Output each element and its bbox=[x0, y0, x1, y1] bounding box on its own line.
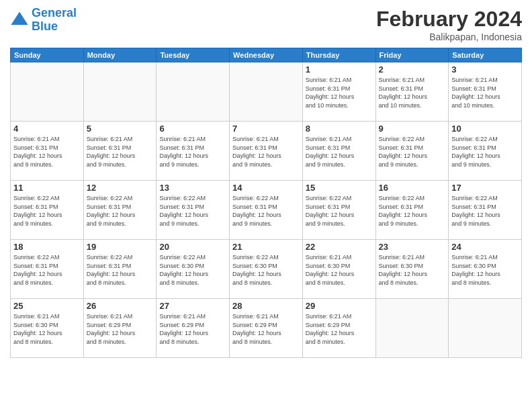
table-row: 22Sunrise: 6:21 AMSunset: 6:30 PMDayligh… bbox=[302, 240, 375, 299]
title-block: February 2024 Balikpapan, Indonesia bbox=[376, 7, 522, 42]
day-info: Sunrise: 6:22 AMSunset: 6:30 PMDaylight:… bbox=[232, 253, 300, 287]
col-thursday: Thursday bbox=[302, 48, 375, 62]
table-row: 29Sunrise: 6:21 AMSunset: 6:29 PMDayligh… bbox=[302, 299, 375, 358]
logo-text: General Blue bbox=[32, 7, 77, 34]
day-number: 18 bbox=[13, 242, 81, 252]
day-info: Sunrise: 6:22 AMSunset: 6:31 PMDaylight:… bbox=[379, 135, 446, 169]
day-number: 12 bbox=[87, 183, 154, 193]
day-number: 13 bbox=[159, 183, 226, 193]
table-row bbox=[230, 62, 303, 122]
calendar: Sunday Monday Tuesday Wednesday Thursday… bbox=[10, 48, 522, 358]
day-number: 14 bbox=[232, 183, 300, 193]
table-row: 14Sunrise: 6:22 AMSunset: 6:31 PMDayligh… bbox=[230, 181, 303, 240]
table-row: 24Sunrise: 6:21 AMSunset: 6:30 PMDayligh… bbox=[449, 240, 522, 299]
day-info: Sunrise: 6:22 AMSunset: 6:31 PMDaylight:… bbox=[451, 135, 519, 169]
table-row bbox=[83, 62, 157, 122]
day-number: 15 bbox=[306, 183, 373, 193]
table-row bbox=[375, 299, 449, 358]
col-monday: Monday bbox=[83, 48, 157, 62]
table-row: 23Sunrise: 6:21 AMSunset: 6:30 PMDayligh… bbox=[375, 240, 449, 299]
table-row: 3Sunrise: 6:21 AMSunset: 6:31 PMDaylight… bbox=[449, 62, 522, 122]
day-info: Sunrise: 6:22 AMSunset: 6:31 PMDaylight:… bbox=[87, 194, 154, 228]
table-row: 9Sunrise: 6:22 AMSunset: 6:31 PMDaylight… bbox=[375, 122, 449, 181]
table-row: 1Sunrise: 6:21 AMSunset: 6:31 PMDaylight… bbox=[302, 62, 375, 122]
day-info: Sunrise: 6:22 AMSunset: 6:31 PMDaylight:… bbox=[379, 194, 446, 228]
day-number: 11 bbox=[13, 183, 81, 193]
table-row: 16Sunrise: 6:22 AMSunset: 6:31 PMDayligh… bbox=[375, 181, 449, 240]
day-number: 27 bbox=[159, 301, 226, 311]
day-info: Sunrise: 6:21 AMSunset: 6:29 PMDaylight:… bbox=[159, 312, 226, 346]
day-info: Sunrise: 6:21 AMSunset: 6:31 PMDaylight:… bbox=[232, 135, 300, 169]
location: Balikpapan, Indonesia bbox=[376, 32, 522, 42]
col-wednesday: Wednesday bbox=[230, 48, 303, 62]
week-row-1: 1Sunrise: 6:21 AMSunset: 6:31 PMDaylight… bbox=[11, 62, 522, 122]
day-info: Sunrise: 6:21 AMSunset: 6:30 PMDaylight:… bbox=[379, 253, 446, 287]
table-row: 21Sunrise: 6:22 AMSunset: 6:30 PMDayligh… bbox=[230, 240, 303, 299]
day-info: Sunrise: 6:21 AMSunset: 6:31 PMDaylight:… bbox=[379, 76, 446, 109]
table-row: 7Sunrise: 6:21 AMSunset: 6:31 PMDaylight… bbox=[230, 122, 303, 181]
day-info: Sunrise: 6:22 AMSunset: 6:31 PMDaylight:… bbox=[306, 194, 373, 228]
day-number: 10 bbox=[451, 124, 519, 134]
day-info: Sunrise: 6:22 AMSunset: 6:31 PMDaylight:… bbox=[232, 194, 300, 228]
col-friday: Friday bbox=[375, 48, 449, 62]
day-info: Sunrise: 6:21 AMSunset: 6:31 PMDaylight:… bbox=[13, 135, 81, 169]
table-row: 28Sunrise: 6:21 AMSunset: 6:29 PMDayligh… bbox=[230, 299, 303, 358]
day-number: 25 bbox=[13, 301, 81, 311]
table-row: 5Sunrise: 6:21 AMSunset: 6:31 PMDaylight… bbox=[83, 122, 157, 181]
day-number: 20 bbox=[159, 242, 226, 252]
day-info: Sunrise: 6:21 AMSunset: 6:31 PMDaylight:… bbox=[87, 135, 154, 169]
day-number: 8 bbox=[306, 124, 373, 134]
day-number: 2 bbox=[379, 64, 446, 75]
day-info: Sunrise: 6:22 AMSunset: 6:31 PMDaylight:… bbox=[13, 194, 81, 228]
table-row: 25Sunrise: 6:21 AMSunset: 6:30 PMDayligh… bbox=[11, 299, 84, 358]
month-title: February 2024 bbox=[376, 7, 522, 32]
day-number: 29 bbox=[306, 301, 373, 311]
day-number: 3 bbox=[451, 64, 519, 75]
calendar-header-row: Sunday Monday Tuesday Wednesday Thursday… bbox=[11, 48, 522, 62]
day-number: 7 bbox=[232, 124, 300, 134]
svg-rect-1 bbox=[17, 21, 22, 25]
col-sunday: Sunday bbox=[11, 48, 84, 62]
day-info: Sunrise: 6:22 AMSunset: 6:31 PMDaylight:… bbox=[451, 194, 519, 228]
day-info: Sunrise: 6:21 AMSunset: 6:31 PMDaylight:… bbox=[306, 135, 373, 169]
day-info: Sunrise: 6:22 AMSunset: 6:31 PMDaylight:… bbox=[87, 253, 154, 287]
table-row: 4Sunrise: 6:21 AMSunset: 6:31 PMDaylight… bbox=[11, 122, 84, 181]
logo: General Blue bbox=[10, 7, 77, 34]
day-number: 23 bbox=[379, 242, 446, 252]
table-row: 11Sunrise: 6:22 AMSunset: 6:31 PMDayligh… bbox=[11, 181, 84, 240]
day-number: 16 bbox=[379, 183, 446, 193]
table-row: 6Sunrise: 6:21 AMSunset: 6:31 PMDaylight… bbox=[157, 122, 230, 181]
day-number: 28 bbox=[232, 301, 300, 311]
week-row-5: 25Sunrise: 6:21 AMSunset: 6:30 PMDayligh… bbox=[11, 299, 522, 358]
col-saturday: Saturday bbox=[449, 48, 522, 62]
day-info: Sunrise: 6:21 AMSunset: 6:29 PMDaylight:… bbox=[232, 312, 300, 346]
header: General Blue February 2024 Balikpapan, I… bbox=[10, 7, 522, 42]
table-row: 26Sunrise: 6:21 AMSunset: 6:29 PMDayligh… bbox=[83, 299, 157, 358]
table-row: 2Sunrise: 6:21 AMSunset: 6:31 PMDaylight… bbox=[375, 62, 449, 122]
day-info: Sunrise: 6:21 AMSunset: 6:30 PMDaylight:… bbox=[451, 253, 519, 287]
day-info: Sunrise: 6:22 AMSunset: 6:31 PMDaylight:… bbox=[13, 253, 81, 287]
table-row: 10Sunrise: 6:22 AMSunset: 6:31 PMDayligh… bbox=[449, 122, 522, 181]
day-info: Sunrise: 6:21 AMSunset: 6:30 PMDaylight:… bbox=[13, 312, 81, 346]
table-row: 13Sunrise: 6:22 AMSunset: 6:31 PMDayligh… bbox=[157, 181, 230, 240]
day-number: 9 bbox=[379, 124, 446, 134]
day-number: 24 bbox=[451, 242, 519, 252]
week-row-3: 11Sunrise: 6:22 AMSunset: 6:31 PMDayligh… bbox=[11, 181, 522, 240]
page: General Blue February 2024 Balikpapan, I… bbox=[0, 0, 532, 411]
table-row bbox=[449, 299, 522, 358]
logo-icon bbox=[10, 11, 29, 30]
table-row: 20Sunrise: 6:22 AMSunset: 6:30 PMDayligh… bbox=[157, 240, 230, 299]
table-row: 19Sunrise: 6:22 AMSunset: 6:31 PMDayligh… bbox=[83, 240, 157, 299]
day-number: 4 bbox=[13, 124, 81, 134]
table-row: 27Sunrise: 6:21 AMSunset: 6:29 PMDayligh… bbox=[157, 299, 230, 358]
day-info: Sunrise: 6:21 AMSunset: 6:30 PMDaylight:… bbox=[306, 253, 373, 287]
table-row: 8Sunrise: 6:21 AMSunset: 6:31 PMDaylight… bbox=[302, 122, 375, 181]
day-info: Sunrise: 6:21 AMSunset: 6:31 PMDaylight:… bbox=[451, 76, 519, 109]
col-tuesday: Tuesday bbox=[157, 48, 230, 62]
table-row bbox=[11, 62, 84, 122]
table-row: 18Sunrise: 6:22 AMSunset: 6:31 PMDayligh… bbox=[11, 240, 84, 299]
day-info: Sunrise: 6:21 AMSunset: 6:29 PMDaylight:… bbox=[306, 312, 373, 346]
day-number: 1 bbox=[306, 64, 373, 75]
day-number: 5 bbox=[87, 124, 154, 134]
table-row: 12Sunrise: 6:22 AMSunset: 6:31 PMDayligh… bbox=[83, 181, 157, 240]
